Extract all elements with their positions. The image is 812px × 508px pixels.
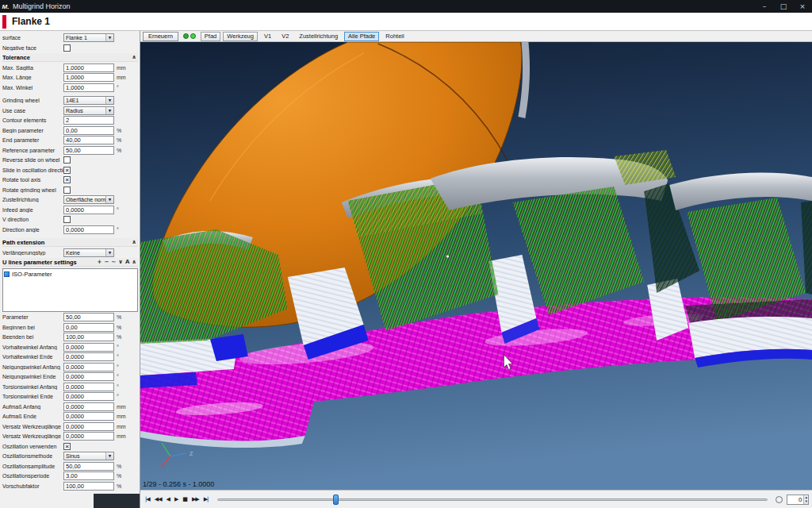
unit-label: % [117,137,128,143]
section-tools: +−∼∨A∧ [98,259,136,265]
toggle-werkzeug[interactable]: Werkzeug [223,32,258,41]
app-window: M. Multigrind Horizon – □ × Flanke 1 sur… [0,0,812,508]
spinner-down-icon[interactable]: ▾ [804,499,808,504]
collapse-button[interactable]: ∧ [132,54,136,60]
play-button[interactable]: ▶ [173,495,179,503]
move-down-button[interactable]: ∨ [118,259,123,265]
parameter-input[interactable] [63,313,114,321]
vorhaltewinkel-ende-input[interactable] [63,352,114,361]
field-row-max-l-nge-4: Max. Längemm [2,73,138,82]
oszillationsmethode-dropdown[interactable]: Sinus▼ [63,452,114,460]
unit-label: ° [117,354,128,360]
collapse-button[interactable]: ∧ [132,239,136,245]
field-row-max-winkel-5: Max. Winkel° [2,83,138,92]
rotate-grinding-wheel-checkbox[interactable] [63,187,71,194]
verl-ngerungstyp-dropdown[interactable]: Keine▼ [63,248,114,257]
scene-canvas[interactable]: Z 1/29 - 0.256 s - 1.0000 [140,42,812,490]
dropdown-value: Sinus [64,453,105,459]
spinner-arrows: ▴ ▾ [803,495,808,504]
close-button[interactable]: × [793,0,812,13]
loop-icon[interactable] [776,496,783,503]
list-item-iso-parameter[interactable]: ISO-Parameter [4,270,136,279]
infeed-angle-input[interactable] [63,206,114,214]
slider-track[interactable] [217,498,768,501]
sidebar-bottom-panel[interactable] [94,494,140,508]
neigungswinkel-anfang-input[interactable] [63,363,114,371]
refresh-button[interactable]: Erneuern [143,32,178,41]
toggle-v1[interactable]: V1 [260,32,275,41]
header-accent-bar [2,15,6,29]
v-direction-checkbox[interactable] [63,216,71,223]
aufma-ende-input[interactable] [63,412,114,421]
slider-thumb[interactable] [333,495,339,505]
remove-button[interactable]: − [104,259,109,265]
field-label: Beginnen bei [2,325,63,330]
neigungswinkel-ende-input[interactable] [63,372,114,381]
aufma-anfang-input[interactable] [63,402,114,411]
beginnen-bei-input[interactable] [63,323,114,332]
oszillationsamplitude-input[interactable] [63,462,114,471]
unit-label: ° [117,227,128,233]
negative-face-checkbox[interactable] [63,44,71,52]
vorhaltewinkel-anfang-input[interactable] [63,343,114,352]
dropdown-value: Flanke 1 [64,35,105,40]
toggle-v2[interactable]: V2 [278,32,293,41]
toggle-rohteil[interactable]: Rohteil [381,32,408,41]
minimize-button[interactable]: – [755,0,774,13]
reference-parameter-input[interactable] [63,146,114,155]
skip-start-button[interactable]: |◀ [144,495,151,503]
timeline-slider[interactable] [217,494,768,506]
field-row-negative-face-1: Negative face [2,44,138,52]
slide-in-oscillation-direction-checkbox[interactable]: × [63,167,71,174]
rotate-tool-axis-checkbox[interactable]: × [63,176,71,183]
toggle-pfad[interactable]: Pfad [201,32,220,41]
begin-parameter-input[interactable] [63,126,114,135]
max-winkel-input[interactable] [63,83,114,92]
step-back-button[interactable]: ◀ [165,495,171,503]
toggle-zustellrichtung[interactable]: Zustellrichtung [295,32,342,41]
max-sagitta-input[interactable] [63,64,114,72]
field-label: Max. Sagitta [2,65,63,71]
reverse-slide-on-wheel-checkbox[interactable] [63,156,71,164]
collapse-button[interactable]: ∧ [132,259,136,265]
stop-button[interactable]: ■ [181,495,189,503]
torsionswinkel-anfang-input[interactable] [63,383,114,391]
unit-label: ° [117,344,128,350]
section-title: Tolerance [2,54,132,61]
field-label: Oszillationsperiode [2,473,63,479]
end-parameter-input[interactable] [63,136,114,144]
torsionswinkel-ende-input[interactable] [63,392,114,401]
oszillation-verwenden-checkbox[interactable]: × [63,443,71,450]
field-row-grinding-wheel-7: Grinding wheel14E1▼ [2,96,138,105]
field-row-neigungswinkel-ende-32: Neigungswinkel Ende° [2,372,138,381]
toggle-alle-pfade[interactable]: Alle Pfade [344,32,379,41]
field-label: V direction [2,217,63,222]
direction-angle-input[interactable] [63,225,114,234]
versatz-werkzeugl-nge-input[interactable] [63,432,114,441]
add-button[interactable]: + [98,259,102,265]
auto-button[interactable]: A [125,259,129,265]
grinding-wheel-dropdown[interactable]: 14E1▼ [63,96,114,105]
fast-forward-button[interactable]: ▶▶ [190,495,201,503]
beenden-bei-input[interactable] [63,333,114,341]
frame-spinner[interactable]: 0 ▴ ▾ [787,495,809,505]
contour-elements-input[interactable] [63,116,114,125]
field-row-infeed-angle-18: Infeed angle° [2,206,138,214]
field-row-surface-0: surfaceFlanke 1▼ [2,33,138,42]
curve-button[interactable]: ∼ [111,259,116,265]
use-case-dropdown[interactable]: Radius▼ [63,106,114,115]
u-lines-listbox[interactable]: ISO-Parameter [2,268,138,312]
versatz-werkzeugl-nge-input[interactable] [63,422,114,431]
zustellrichtung-dropdown[interactable]: Oberfläche normal▼ [63,195,114,204]
skip-end-button[interactable]: ▶| [202,495,210,503]
rewind-button[interactable]: ◀◀ [153,495,163,503]
surface-dropdown[interactable]: Flanke 1▼ [63,33,114,42]
unit-label: % [117,483,128,489]
field-row-verl-ngerungstyp-23: VerlängerungstypKeine▼ [2,248,138,257]
oszillationsperiode-input[interactable] [63,471,114,480]
viewport-3d[interactable]: Z 1/29 - 0.256 s - 1.0000 [140,42,812,490]
field-row-vorschubfaktor-43: Vorschubfaktor% [2,482,138,491]
max-l-nge-input[interactable] [63,73,114,82]
maximize-button[interactable]: □ [774,0,793,13]
vorschubfaktor-input[interactable] [63,482,114,491]
